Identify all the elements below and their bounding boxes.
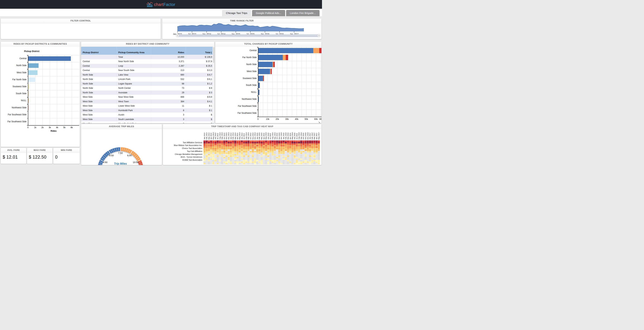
table-row[interactable]: West SideLower West Side11$ 1 <box>81 104 214 108</box>
table-row[interactable]: West SideWest Town384$ 4,1 <box>81 100 214 104</box>
time-area-fill <box>178 23 304 32</box>
category-label: NULL <box>1 99 26 102</box>
bar-far-north-side[interactable] <box>28 78 36 82</box>
tab-london-fire-brigade[interactable]: London Fire Brigade... <box>286 10 320 16</box>
stacked-bar-segment-blue-segment[interactable] <box>258 90 260 95</box>
stacked-bar-segment-orange-segment[interactable] <box>283 55 286 60</box>
table-cell: North Side <box>81 77 117 81</box>
panel-title: RIDES BY DISTRICT AND COMMUNITY <box>81 42 214 46</box>
table-cell: $ <box>186 122 214 123</box>
stacked-bar-segment-blue-segment[interactable] <box>258 55 283 60</box>
table-cell: $ 1,2 <box>186 82 214 86</box>
table-scrollbar-thumb[interactable] <box>213 47 214 63</box>
heatmap-cells[interactable] <box>163 129 322 165</box>
table-row[interactable]: CentralNear North Side3,371$ 37,9 <box>81 59 214 64</box>
table-row[interactable]: North SideNorth Center73$ 9 <box>81 86 214 90</box>
dashboard-tabstrip: Chicago Taxi TripsGoogle Political Ads..… <box>0 9 322 16</box>
stacked-bar-segment-red-segment[interactable] <box>319 48 322 53</box>
filter-control-body[interactable] <box>1 23 161 39</box>
x-axis-tick-label: 4k <box>54 126 60 129</box>
bar-soutwest-side[interactable] <box>28 84 29 89</box>
category-label: Far Southwest Side <box>1 120 26 123</box>
column-header[interactable]: Pickup Community Area <box>117 47 151 55</box>
table-cell: $ <box>186 113 214 117</box>
table-cell: Central <box>81 68 117 72</box>
table-cell: West Side <box>81 95 117 99</box>
kpi-title: MAX FARE <box>27 148 52 152</box>
stacked-bar-segment-blue-segment[interactable] <box>258 69 270 74</box>
table-scrollbar[interactable] <box>213 47 214 123</box>
column-header[interactable]: Rides <box>151 47 186 55</box>
bar-west-side[interactable] <box>28 70 38 75</box>
logo-bars-icon <box>147 2 153 7</box>
stacked-bar-segment-blue-segment[interactable] <box>258 76 263 81</box>
table-row[interactable]: West SideSouth Lawndale3$ <box>81 117 214 122</box>
bar-central[interactable] <box>28 56 71 61</box>
column-header[interactable]: Pickup District <box>81 47 117 55</box>
table-cell: Near South Side <box>117 68 151 72</box>
x-axis-tick-label: 0 <box>25 126 30 129</box>
brush-handle-right[interactable] <box>318 34 320 37</box>
y-axis-title: Pickup District <box>21 50 42 52</box>
table-row[interactable]: North SideLake View690$ 8,7 <box>81 73 214 77</box>
stacked-bar-segment-red-segment[interactable] <box>271 69 272 74</box>
table-row[interactable]: West SideWest Garfield Park3$ <box>81 122 214 123</box>
table-cell: Humboldt Park <box>117 108 151 112</box>
table-row[interactable]: North SideLincoln Park532$ 6,1 <box>81 77 214 81</box>
stacked-bar-segment-red-segment[interactable] <box>263 76 264 81</box>
rides-by-district-bars-panel: RIDES BY PICKUP DISTRICTS & COMMUNITIES … <box>1 42 80 147</box>
table-cell: 213 <box>151 68 186 72</box>
category-label: Central <box>215 49 256 52</box>
tab-chicago-taxi-trips[interactable]: Chicago Taxi Trips <box>222 10 251 16</box>
stacked-bar-segment-blue-segment[interactable] <box>258 48 313 53</box>
stacked-bar-segment-blue-segment[interactable] <box>258 97 259 102</box>
tab-google-political-ads[interactable]: Google Political Ads... <box>252 10 285 16</box>
table-row[interactable]: North SideLogan Square98$ 1,2 <box>81 82 214 86</box>
table-row[interactable]: CentralNear South Side213$ 3,3 <box>81 68 214 72</box>
table-row[interactable]: West SideHumboldt Park8$ 1 <box>81 108 214 112</box>
chartfactor-logo: chartFactor <box>147 2 175 7</box>
panel-title: TOTAL CHARGES BY PICKUP COMMUNITY <box>215 42 322 46</box>
brush-handle-left[interactable] <box>176 34 179 37</box>
stacked-bar-segment-red-segment[interactable] <box>273 62 275 67</box>
column-header[interactable]: Total ( <box>186 47 214 55</box>
table-cell: West Town <box>117 100 151 104</box>
y-axis-line <box>258 47 258 117</box>
table-row[interactable]: North SideAvondale29$ 3 <box>81 90 214 95</box>
table-cell: $ 9 <box>186 86 214 90</box>
table-cell: $ 6,1 <box>186 77 214 81</box>
bar-north-side[interactable] <box>28 63 38 68</box>
table-cell: 2,267 <box>151 64 186 68</box>
stacked-bar-segment-blue-segment[interactable] <box>258 83 260 88</box>
table-cell: 532 <box>151 77 186 81</box>
time-range-chart[interactable]: Jan, 2013Jul, 2013Jan, 2014Jul, 2014Jan,… <box>162 23 322 39</box>
table-row[interactable]: West SideAustin3$ <box>81 113 214 117</box>
table-cell: 3 <box>151 122 186 123</box>
table-row[interactable]: West SideNear West Side888$ 9,9 <box>81 95 214 99</box>
table-row[interactable]: CentralLoop2,267$ 25,5 <box>81 64 214 68</box>
stacked-bar-segment-red-segment[interactable] <box>286 55 288 60</box>
table-cell: West Side <box>81 104 117 108</box>
gridline <box>258 61 322 61</box>
gridline <box>28 118 79 118</box>
category-label: West Side <box>215 70 256 72</box>
gridline <box>28 55 79 55</box>
category-label: Far North Side <box>215 56 256 58</box>
x-axis-line <box>28 125 79 126</box>
table-cell: 10,000 <box>151 55 186 59</box>
category-label: Soutwest Side <box>215 77 256 80</box>
table-cell: Near North Side <box>117 59 151 64</box>
district-bars-chart: Pickup DistrictCentralNorth SideWest Sid… <box>1 46 80 147</box>
stacked-bar-segment-orange-segment[interactable] <box>313 48 319 53</box>
kpi-title: AVG. FARE <box>1 148 26 152</box>
table-cell: Total <box>117 55 151 59</box>
table-cell: 3 <box>151 113 186 117</box>
resize-handle-icon[interactable]: ↘ <box>318 120 320 123</box>
category-label: South Side <box>215 84 256 86</box>
table-row[interactable]: Total10,000$ 139,9 <box>81 55 214 59</box>
filter-control-panel: FILTER CONTROL <box>1 18 161 39</box>
table-cell: $ 1 <box>186 108 214 112</box>
stacked-bar-segment-blue-segment[interactable] <box>258 62 273 67</box>
stacked-bar-segment-orange-segment[interactable] <box>260 83 260 88</box>
time-range-filter-panel: TIME RANGE FILTER Jan, 2013Jul, 2013Jan,… <box>162 18 322 39</box>
